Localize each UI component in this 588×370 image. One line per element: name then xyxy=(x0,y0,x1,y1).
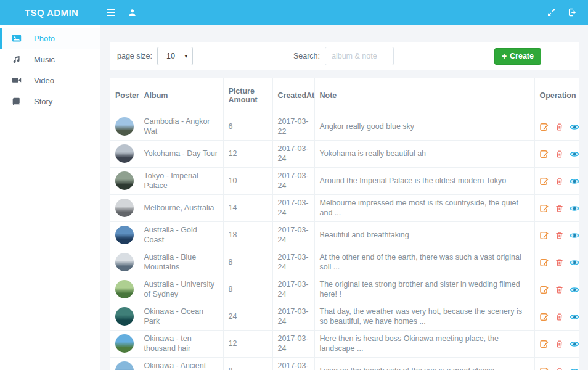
note-cell: The original tea strong brother and sist… xyxy=(314,276,534,303)
amount-cell: 24 xyxy=(223,303,272,330)
table-row: Yokohama - Day Tour 12 2017-03-24 Yokoha… xyxy=(110,140,579,167)
delete-icon[interactable] xyxy=(555,258,563,267)
note-cell: That day, the weather was very hot, beca… xyxy=(314,303,534,330)
note-cell: Lying on the beach side of the sun is a … xyxy=(314,357,534,370)
delete-icon[interactable] xyxy=(555,122,563,131)
delete-icon[interactable] xyxy=(555,312,563,321)
poster-thumbnail[interactable] xyxy=(115,117,134,136)
sidebar-item-photo[interactable]: Photo xyxy=(0,28,100,49)
page-size-select[interactable]: 10 ▾ xyxy=(157,47,193,65)
photo-icon xyxy=(12,33,22,43)
edit-icon[interactable] xyxy=(540,366,549,370)
toolbar: page size: 10 ▾ Search: + Create xyxy=(110,42,579,70)
view-icon[interactable] xyxy=(570,232,579,239)
view-icon[interactable] xyxy=(570,123,579,131)
poster-cell xyxy=(110,357,139,370)
edit-icon[interactable] xyxy=(540,122,549,131)
poster-cell xyxy=(110,140,139,167)
note-cell: Here then is heard boss Okinawa meeting … xyxy=(314,330,534,357)
operation-cell xyxy=(534,330,579,357)
sidebar-item-label: Story xyxy=(34,97,52,106)
table-row: Okinawa - ten thousand hair 12 2017-03-2… xyxy=(110,330,579,357)
operation-cell xyxy=(534,140,579,167)
operation-cell xyxy=(534,221,579,249)
poster-thumbnail[interactable] xyxy=(115,361,134,370)
topbar-actions xyxy=(541,0,588,25)
search-input[interactable] xyxy=(325,47,394,65)
delete-icon[interactable] xyxy=(555,176,563,186)
edit-icon[interactable] xyxy=(540,149,549,158)
poster-thumbnail[interactable] xyxy=(115,226,134,244)
video-icon xyxy=(12,75,22,85)
poster-thumbnail[interactable] xyxy=(115,171,134,190)
note-cell: Yokohama is really beautiful ah xyxy=(314,140,534,167)
column-header-created: CreatedAt xyxy=(272,78,314,113)
edit-icon[interactable] xyxy=(540,312,549,321)
create-button-label: Create xyxy=(510,52,534,60)
table-row: Tokyo - Imperial Palace 10 2017-03-24 Ar… xyxy=(110,167,579,194)
poster-cell xyxy=(110,221,139,249)
delete-icon[interactable] xyxy=(555,339,563,348)
sidebar-item-video[interactable]: Video xyxy=(0,70,100,91)
user-button[interactable] xyxy=(121,0,142,25)
edit-icon[interactable] xyxy=(540,176,549,186)
sidebar-item-music[interactable]: Music xyxy=(0,49,100,70)
sidebar: Photo Music Video xyxy=(0,25,100,370)
poster-thumbnail[interactable] xyxy=(115,280,134,298)
view-icon[interactable] xyxy=(570,150,579,158)
delete-icon[interactable] xyxy=(555,231,563,240)
edit-icon[interactable] xyxy=(540,258,549,267)
view-icon[interactable] xyxy=(570,178,579,185)
album-cell: Australia - Gold Coast xyxy=(139,221,223,249)
albums-table: Poster Album Picture Amount CreatedAt No… xyxy=(110,78,579,370)
operation-cell xyxy=(534,276,579,303)
delete-icon[interactable] xyxy=(555,366,563,370)
table-row: Melbourne, Australia 14 2017-03-24 Melbo… xyxy=(110,194,579,221)
album-cell: Melbourne, Australia xyxy=(139,194,223,221)
table-row: Cambodia - Angkor Wat 6 2017-03-22 Angko… xyxy=(110,113,579,140)
delete-icon[interactable] xyxy=(555,204,563,213)
note-cell: At the other end of the earth, there was… xyxy=(314,249,534,276)
view-icon[interactable] xyxy=(570,205,579,212)
operation-cell xyxy=(534,113,579,140)
fullscreen-button[interactable] xyxy=(541,0,562,25)
amount-cell: 6 xyxy=(223,113,272,140)
amount-cell: 10 xyxy=(223,167,272,194)
create-button[interactable]: + Create xyxy=(494,48,541,65)
operation-cell xyxy=(534,249,579,276)
view-icon[interactable] xyxy=(570,340,579,348)
created-cell: 2017-03-24 xyxy=(272,249,314,276)
edit-icon[interactable] xyxy=(540,285,549,294)
created-cell: 2017-03-22 xyxy=(272,113,314,140)
poster-thumbnail[interactable] xyxy=(115,253,134,271)
sidebar-item-story[interactable]: Story xyxy=(0,91,100,112)
view-icon[interactable] xyxy=(570,259,579,266)
created-cell: 2017-03-24 xyxy=(272,330,314,357)
album-cell: Cambodia - Angkor Wat xyxy=(139,113,223,140)
note-cell: Around the Imperial Palace is the oldest… xyxy=(314,167,534,194)
created-cell: 2017-03-24 xyxy=(272,221,314,249)
delete-icon[interactable] xyxy=(555,149,563,158)
poster-thumbnail[interactable] xyxy=(115,199,134,217)
view-icon[interactable] xyxy=(570,313,579,321)
delete-icon[interactable] xyxy=(555,285,563,294)
edit-icon[interactable] xyxy=(540,339,549,348)
poster-thumbnail[interactable] xyxy=(115,307,134,326)
edit-icon[interactable] xyxy=(540,204,549,213)
menu-toggle-button[interactable] xyxy=(100,0,121,25)
column-header-album: Album xyxy=(139,78,223,113)
poster-thumbnail[interactable] xyxy=(115,334,134,353)
edit-icon[interactable] xyxy=(540,231,549,240)
view-icon[interactable] xyxy=(570,286,579,294)
note-cell: Melbourne impressed me most is its count… xyxy=(314,194,534,221)
amount-cell: 14 xyxy=(223,194,272,221)
view-icon[interactable] xyxy=(570,368,579,370)
amount-cell: 8 xyxy=(223,357,272,370)
logout-button[interactable] xyxy=(562,0,583,25)
album-cell: Australia - Blue Mountains xyxy=(139,249,223,276)
search-group: Search: xyxy=(293,47,394,65)
album-cell: Okinawa - Ocean Park xyxy=(139,303,223,330)
poster-thumbnail[interactable] xyxy=(115,144,134,163)
operation-cell xyxy=(534,167,579,194)
amount-cell: 12 xyxy=(223,330,272,357)
